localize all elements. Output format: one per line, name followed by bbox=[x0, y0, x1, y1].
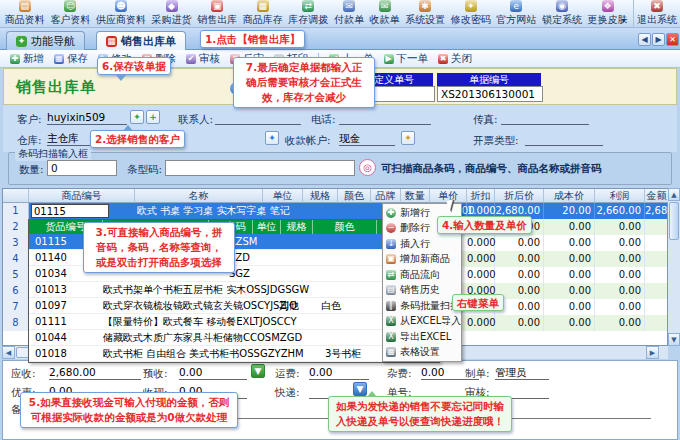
callout-step3: 3.可直接输入商品编号，拼音码，条码，名称等查询，或是双击打开商品多项选择 bbox=[83, 222, 235, 273]
table-row-selected[interactable]: 101115欧式 书桌 学习桌 实木写字桌 笔记12,680.001.0002,… bbox=[3, 203, 667, 219]
contact-input[interactable] bbox=[215, 111, 301, 125]
grid-column-header[interactable]: 折后价 bbox=[495, 189, 544, 203]
新增-button[interactable]: ✚新增 bbox=[6, 51, 48, 67]
grid-column-header[interactable]: 折扣 bbox=[467, 189, 495, 203]
menu-item-供应商资料[interactable]: ☻供应商资料 bbox=[93, 0, 149, 27]
grid-column-header[interactable]: 规格 bbox=[303, 189, 338, 203]
tab-scroll-right-icon[interactable]: ▶ bbox=[652, 33, 665, 46]
dropdown-row[interactable]: 01018欧式书柜 自由组合 美式书柜书OSSGZYZHM3号书柜 bbox=[29, 346, 439, 362]
callout-step7: 7.最后确定单据都输入正确后需要审核才会正式生效，库存才会减少 bbox=[233, 57, 375, 108]
product-code-editor[interactable]: 01115 bbox=[31, 204, 109, 218]
menu-item-系统设置[interactable]: ✱系统设置 bbox=[402, 0, 448, 27]
menu-item-商品资料[interactable]: ▤商品资料 bbox=[2, 0, 48, 27]
dropdown-row[interactable]: 01111【限量特价】欧式餐车 移动餐EXLTJOSCCY bbox=[29, 314, 439, 330]
scroll-up-icon[interactable]: ▲ bbox=[668, 188, 680, 201]
保存-button[interactable]: ▦保存 bbox=[50, 51, 92, 67]
menu-item-采购进货[interactable]: ◆采购进货 bbox=[149, 0, 195, 27]
prepaid-picker-icon[interactable]: ▼ bbox=[251, 364, 265, 378]
关闭-button[interactable]: ✖关闭 bbox=[434, 51, 476, 67]
tab-sales-outbound[interactable]: ▦ 销售出库单 bbox=[96, 31, 186, 50]
menu-item-销售出库[interactable]: ▣销售出库 bbox=[194, 0, 240, 27]
menu-item-退出系统[interactable]: ✖退出系统 bbox=[633, 0, 680, 27]
vscroll-thumb[interactable] bbox=[669, 202, 679, 240]
header-field-input[interactable]: XS201306130001 bbox=[437, 86, 543, 102]
cash-picker-icon[interactable]: ✦ bbox=[401, 131, 415, 145]
dropdown-row[interactable]: 01097欧式穿衣镜梳妆镜欧式镜玄关镜OSCYJSZJO其他白色 bbox=[29, 298, 439, 314]
add-customer-icon[interactable]: + bbox=[146, 110, 160, 124]
scroll-right-icon[interactable]: ▶ bbox=[646, 346, 659, 359]
barcode-code-label: 条型码: bbox=[127, 163, 162, 177]
menu-item-更换皮肤[interactable]: ❖更换皮肤▾ bbox=[585, 0, 631, 27]
context-menu-label: 导出EXCEL bbox=[400, 330, 451, 344]
zero-cell: 0.00 bbox=[495, 267, 544, 283]
context-menu-label: 新增行 bbox=[400, 206, 430, 220]
tab-scroll-left-icon[interactable]: ◀ bbox=[638, 33, 651, 46]
grid-column-header[interactable]: 金额 bbox=[645, 189, 669, 203]
menu-item-库存调拨[interactable]: ⇄库存调拨 bbox=[286, 0, 332, 27]
fax-input[interactable] bbox=[501, 111, 589, 125]
row1-profit-cell: 2,660.00 bbox=[595, 203, 645, 219]
account-input[interactable]: 现金 bbox=[339, 132, 395, 146]
zero-cell: 0.00 bbox=[595, 219, 645, 235]
callout-line: 效，库存才会减少 bbox=[238, 90, 370, 105]
scroll-down-icon[interactable]: ▼ bbox=[668, 333, 680, 346]
scroll-left-icon[interactable]: ◀ bbox=[2, 346, 15, 359]
barcode-qty-input[interactable]: 0 bbox=[47, 160, 117, 176]
context-menu-item-插入行[interactable]: ↓插入行 bbox=[383, 236, 461, 252]
context-menu-item-商品流向[interactable]: ⇄商品流向 bbox=[383, 267, 461, 283]
grid-column-header[interactable] bbox=[3, 189, 29, 203]
barcode-code-input[interactable] bbox=[165, 160, 355, 176]
grid-column-header[interactable]: 名称 bbox=[135, 189, 263, 203]
dropdown-row[interactable]: 01044储藏欧式木质广东家具斗柜储物CCOSMZGD bbox=[29, 330, 439, 346]
menu-item-商品库存[interactable]: ▦商品库存 bbox=[240, 0, 286, 27]
下一单-button[interactable]: ▶下一单 bbox=[380, 51, 433, 67]
menu-item-官方网站[interactable]: e官方网站 bbox=[494, 0, 540, 27]
summary-field-value[interactable]: 管理员 bbox=[495, 366, 549, 380]
dropdown-row[interactable]: 01013欧式书架单个书柜五层书柜 实木OSSJDGSGW bbox=[29, 282, 439, 298]
grid-column-header[interactable]: 商品编号 bbox=[29, 189, 135, 203]
grid-column-header[interactable]: 利润 bbox=[595, 189, 645, 203]
phone-input[interactable] bbox=[339, 111, 431, 125]
menu-item-付款单[interactable]: ✉付款单 bbox=[331, 0, 367, 27]
customer-label: 客户: bbox=[17, 113, 42, 127]
zero-cell: 0.00 bbox=[544, 299, 595, 315]
invoice-type-input[interactable] bbox=[525, 132, 603, 146]
context-menu-label: 表格设置 bbox=[400, 345, 440, 359]
row-number: 6 bbox=[3, 283, 29, 299]
context-menu-item-销售历史[interactable]: ▤销售历史 bbox=[383, 283, 461, 299]
审核-button[interactable]: ✔审核 bbox=[182, 51, 224, 67]
callout-line: 或是双击打开商品多项选择 bbox=[88, 255, 230, 270]
summary-field-value[interactable]: 0.00 bbox=[179, 366, 247, 380]
grid-column-header[interactable]: 品牌 bbox=[371, 189, 401, 203]
context-menu-item-表格设置[interactable]: ▦表格设置 bbox=[383, 345, 461, 361]
account-search-icon[interactable]: ✦ bbox=[265, 131, 279, 145]
customer-search-icon[interactable]: ✦ bbox=[130, 110, 144, 124]
summary-field-value[interactable]: 0.00 bbox=[309, 366, 369, 380]
grid-column-header[interactable]: 颜色 bbox=[338, 189, 371, 203]
menu-item-锁定系统[interactable]: ◉锁定系统 bbox=[539, 0, 585, 27]
zero-cell: 0.00 bbox=[595, 315, 645, 331]
tab-function-nav[interactable]: ✦ 功能导航 bbox=[6, 31, 85, 50]
grid-column-header[interactable]: 数量 bbox=[401, 189, 430, 203]
menu-item-label: 客户资料 bbox=[50, 13, 90, 27]
callout-express-tip: 如果为发快递的销售不要忘记同时输入快递及单号以便查询快递进度哦！ bbox=[328, 396, 512, 432]
menu-item-修改密码[interactable]: ✦修改密码 bbox=[448, 0, 494, 27]
context-menu-item-导出EXCEL[interactable]: X导出EXCEL bbox=[383, 329, 461, 345]
context-menu-item-增加新商品[interactable]: ▣增加新商品 bbox=[383, 252, 461, 268]
menu-item-label: 商品库存 bbox=[243, 13, 283, 27]
grid-column-header[interactable]: 成本价 bbox=[544, 189, 595, 203]
barcode-search-icon[interactable]: ◎ bbox=[359, 159, 376, 176]
excel-import-icon: X bbox=[386, 316, 396, 326]
menu-item-收款单[interactable]: ✉收款单 bbox=[367, 0, 403, 27]
exit-icon: ✖ bbox=[651, 0, 663, 12]
grid-column-header[interactable]: 单位 bbox=[263, 189, 303, 203]
grid-vscrollbar[interactable]: ▲ ▼ bbox=[668, 188, 680, 346]
summary-field-value[interactable]: 2,680.00 bbox=[49, 366, 141, 380]
customer-input[interactable]: huyixin509 bbox=[47, 111, 127, 125]
menu-item-客户资料[interactable]: ☺客户资料 bbox=[48, 0, 94, 27]
callout-line: 3.可直接输入商品编号，拼 bbox=[88, 225, 230, 240]
tab-close-icon[interactable]: ✕ bbox=[666, 33, 679, 46]
menu-item-label: 供应商资料 bbox=[96, 13, 146, 27]
context-menu-item-从EXCEL导入[interactable]: X从EXCEL导入 bbox=[383, 314, 461, 330]
context-menu-item-条码批量扫描[interactable]: ║条码批量扫描 bbox=[383, 298, 461, 314]
